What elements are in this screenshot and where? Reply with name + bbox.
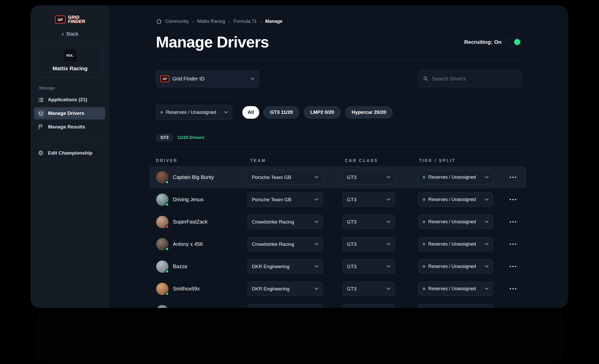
class-pill-all[interactable]: All bbox=[242, 106, 259, 119]
table-header: DRIVER TEAM CAR CLASS TIER / SPLIT bbox=[156, 158, 522, 164]
driver-avatar bbox=[156, 238, 168, 250]
breadcrumb-item-manage[interactable]: Manage bbox=[265, 19, 282, 24]
row-menu-button[interactable] bbox=[508, 284, 517, 294]
flag-icon bbox=[37, 123, 45, 131]
tier-dot-icon bbox=[423, 243, 425, 246]
tier-split-dropdown[interactable]: Reserves / Unassigned bbox=[418, 259, 493, 274]
column-header-car-class: CAR CLASS bbox=[342, 158, 395, 164]
team-card[interactable]: mx. Mattix Racing bbox=[37, 43, 103, 78]
car-class-dropdown[interactable] bbox=[343, 304, 395, 308]
chevron-down-icon bbox=[314, 176, 318, 179]
page-title: Manage Drivers bbox=[156, 33, 269, 51]
driver-name: SuperFastZack bbox=[173, 219, 208, 225]
team-dropdown[interactable]: DKR Engineering bbox=[247, 282, 323, 296]
driver-cell: Captain Big Bunty bbox=[156, 171, 247, 184]
tier-split-dropdown[interactable] bbox=[418, 304, 493, 308]
sidebar-item-label: Applications (21) bbox=[48, 97, 87, 103]
app-window: GF GRID FINDER ‹ Back mx. Mattix Racing … bbox=[31, 5, 568, 308]
driver-cell: SuperFastZack bbox=[156, 216, 247, 228]
car-class-dropdown[interactable]: GT3 bbox=[343, 259, 395, 274]
chevron-down-icon bbox=[386, 265, 391, 268]
team-dropdown[interactable]: Crowdstrike Racing bbox=[247, 215, 323, 229]
class-filter-pills: AllGT3 11/20LMP2 0/20Hypercar 20/20 bbox=[242, 106, 393, 119]
breadcrumb: Community›Mattix Racing›Formula 71›Manag… bbox=[156, 18, 522, 24]
chevron-down-icon bbox=[314, 220, 318, 223]
car-class-dropdown[interactable]: GT3 bbox=[343, 237, 395, 251]
driver-cell: Antony x 456 bbox=[156, 238, 247, 250]
driver-cell: Driving Jesus bbox=[156, 194, 247, 206]
chevron-down-icon bbox=[224, 111, 228, 114]
driver-count: 11/20 Drivers bbox=[177, 135, 204, 140]
team-avatar: mx. bbox=[64, 49, 76, 62]
divider bbox=[156, 146, 522, 147]
row-menu-button[interactable] bbox=[508, 195, 517, 204]
car-class-dropdown[interactable]: GT3 bbox=[343, 215, 395, 229]
sidebar-item-manage-results[interactable]: Manage Results bbox=[34, 121, 105, 133]
team-dropdown[interactable]: Porsche Team GB bbox=[247, 193, 323, 207]
chevron-down-icon bbox=[314, 198, 318, 201]
tier-dot-icon bbox=[423, 176, 425, 179]
divider bbox=[156, 60, 522, 60]
column-header-tier-split: TIER / SPLIT bbox=[418, 158, 493, 164]
team-dropdown[interactable]: DKR Engineering bbox=[247, 259, 323, 274]
breadcrumb-item-mattix-racing[interactable]: Mattix Racing bbox=[197, 19, 225, 24]
breadcrumb-item-formula-71[interactable]: Formula 71 bbox=[233, 19, 257, 24]
sidebar-item-applications-21[interactable]: Applications (21) bbox=[34, 94, 105, 106]
driver-cell: Bazza bbox=[156, 260, 247, 273]
team-dropdown[interactable] bbox=[247, 304, 323, 308]
chevron-down-icon bbox=[386, 243, 391, 246]
tier-filter-dropdown[interactable]: Reserves / Unassigned bbox=[156, 105, 232, 120]
row-menu-button[interactable] bbox=[508, 217, 517, 227]
row-menu-button[interactable] bbox=[508, 262, 517, 271]
search-input[interactable] bbox=[432, 76, 517, 82]
row-menu-button[interactable] bbox=[508, 240, 517, 249]
chevron-down-icon bbox=[485, 243, 489, 246]
gear-icon: ⚙ bbox=[37, 149, 45, 157]
logo-line-2: FINDER bbox=[68, 19, 85, 24]
tier-split-dropdown[interactable]: Reserves / Unassigned bbox=[418, 170, 493, 184]
driver-avatar bbox=[156, 194, 168, 206]
tier-split-dropdown[interactable]: Reserves / Unassigned bbox=[418, 237, 493, 251]
home-icon[interactable] bbox=[156, 18, 162, 24]
team-dropdown[interactable]: Porsche Team GB bbox=[247, 170, 323, 184]
tier-filter-label: Reserves / Unassigned bbox=[166, 109, 216, 115]
row-menu-button[interactable] bbox=[508, 307, 517, 308]
driver-avatar bbox=[156, 283, 168, 295]
class-badge: GT3 bbox=[156, 134, 173, 141]
main-content: Community›Mattix Racing›Formula 71›Manag… bbox=[109, 5, 568, 308]
class-section-header: GT3 11/20 Drivers bbox=[156, 134, 522, 141]
tier-dot-icon bbox=[423, 265, 425, 268]
tier-split-dropdown[interactable]: Reserves / Unassigned bbox=[418, 282, 493, 296]
driver-table: Captain Big BuntyPorsche Team GBGT3Reser… bbox=[149, 166, 526, 308]
chevron-down-icon bbox=[314, 243, 318, 246]
driver-name: Captain Big Bunty bbox=[173, 174, 214, 180]
sidebar-item-edit-championship[interactable]: ⚙ Edit Championship bbox=[34, 147, 105, 159]
team-name: Mattix Racing bbox=[38, 65, 103, 72]
row-menu-button[interactable] bbox=[508, 173, 517, 182]
chevron-down-icon bbox=[386, 287, 391, 290]
team-dropdown[interactable]: Crowdstrike Racing bbox=[247, 237, 323, 251]
recruiting-toggle[interactable] bbox=[506, 38, 522, 46]
grid-finder-id-dropdown[interactable]: GF Grid Finder ID bbox=[156, 70, 259, 87]
class-pill-hypercar-20-20[interactable]: Hypercar 20/20 bbox=[345, 106, 393, 119]
driver-row bbox=[149, 300, 526, 308]
breadcrumb-item-community[interactable]: Community bbox=[165, 19, 189, 24]
driver-name: Driving Jesus bbox=[173, 197, 204, 203]
grid-finder-logo: GF GRID FINDER bbox=[31, 15, 109, 24]
car-class-dropdown[interactable]: GT3 bbox=[343, 282, 395, 296]
class-pill-lmp2-0-20[interactable]: LMP2 0/20 bbox=[304, 106, 341, 119]
tier-split-dropdown[interactable]: Reserves / Unassigned bbox=[418, 193, 493, 207]
chevron-down-icon bbox=[386, 176, 391, 179]
back-button[interactable]: ‹ Back bbox=[31, 31, 109, 37]
tier-split-dropdown[interactable]: Reserves / Unassigned bbox=[418, 215, 493, 229]
chevron-left-icon: ‹ bbox=[62, 31, 64, 36]
driver-avatar bbox=[156, 171, 168, 184]
search-icon bbox=[423, 76, 428, 82]
status-dot bbox=[165, 203, 169, 206]
chevron-down-icon bbox=[386, 220, 391, 223]
car-class-dropdown[interactable]: GT3 bbox=[343, 170, 395, 184]
car-class-dropdown[interactable]: GT3 bbox=[343, 193, 395, 207]
sidebar-item-manage-drivers[interactable]: Manage Drivers bbox=[34, 107, 105, 119]
class-pill-gt3-11-20[interactable]: GT3 11/20 bbox=[263, 106, 300, 119]
tier-dot-icon bbox=[423, 198, 425, 201]
